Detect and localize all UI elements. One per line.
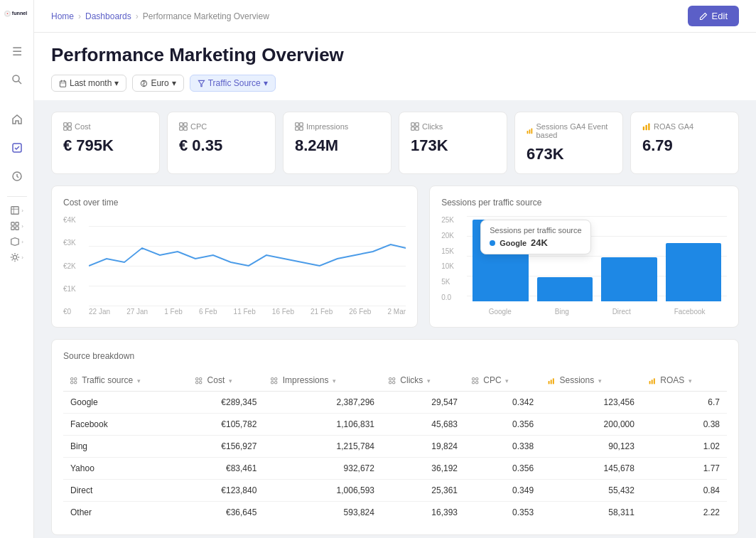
svg-rect-62: [472, 381, 475, 383]
svg-text:funnel: funnel: [11, 10, 27, 16]
kpi-sessions: Sessions GA4 Event based 673K: [514, 112, 623, 174]
svg-point-4: [13, 75, 19, 82]
svg-rect-43: [648, 124, 649, 131]
kpi-cpc: CPC € 0.35: [167, 112, 276, 174]
cell-impressions: 932,672: [264, 458, 382, 480]
breadcrumb-dashboards[interactable]: Dashboards: [85, 11, 131, 21]
svg-rect-69: [654, 378, 655, 384]
svg-rect-32: [296, 127, 299, 131]
traffic-filter[interactable]: Traffic Source ▾: [190, 75, 276, 92]
table-row: Yahoo €83,461 932,672 36,192 0.356 145,6…: [63, 458, 727, 480]
svg-rect-31: [300, 123, 303, 127]
app-logo[interactable]: funnel: [4, 9, 30, 28]
col-clicks[interactable]: Clicks ▾: [382, 370, 465, 392]
settings-icon-group[interactable]: ›: [10, 252, 23, 262]
cell-source: Other: [63, 502, 188, 524]
cell-clicks: 19,824: [382, 436, 465, 458]
kpi-clicks: Clicks 173K: [399, 112, 507, 174]
svg-rect-58: [389, 381, 392, 383]
tasks-icon[interactable]: [6, 136, 28, 159]
reports-icon-group[interactable]: ›: [10, 205, 23, 215]
svg-rect-53: [275, 377, 277, 380]
svg-rect-46: [71, 381, 73, 383]
search-icon[interactable]: [6, 68, 28, 91]
currency-filter-arrow: ▾: [172, 78, 176, 88]
widgets-icon-group[interactable]: ›: [10, 221, 23, 231]
cell-source: Yahoo: [63, 458, 188, 480]
cell-sessions: 123,456: [541, 392, 642, 414]
data-icon-group[interactable]: ›: [10, 237, 23, 247]
sessions-chart: Sessions per traffic source 25K20K15K10K…: [429, 185, 739, 328]
cell-cpc: 0.349: [465, 480, 541, 502]
cell-cost: €289,345: [188, 392, 264, 414]
kpi-clicks-value: 173K: [411, 136, 495, 155]
svg-rect-30: [296, 123, 299, 127]
svg-rect-40: [531, 128, 532, 134]
col-cost[interactable]: Cost ▾: [188, 370, 264, 392]
svg-point-2: [6, 13, 8, 14]
cell-cost: €123,840: [188, 480, 264, 502]
source-breakdown-table: Traffic source ▾ Cost ▾ Impressions ▾: [63, 370, 727, 523]
bar-x-labels: GoogleBingDirectFacebook: [467, 308, 727, 316]
cost-chart: Cost over time €4K€3K€2K€1K€0: [51, 185, 418, 328]
edit-button[interactable]: Edit: [688, 6, 739, 26]
cell-roas: 2.22: [642, 502, 727, 524]
currency-filter[interactable]: Euro ▾: [132, 75, 183, 92]
breadcrumb-sep-1: ›: [78, 11, 81, 21]
svg-rect-28: [180, 127, 183, 131]
breadcrumb-home[interactable]: Home: [51, 11, 74, 21]
svg-rect-16: [60, 81, 65, 87]
table-row: Google €289,345 2,387,296 29,547 0.342 1…: [63, 392, 727, 414]
cell-source: Bing: [63, 436, 188, 458]
cell-sessions: 55,432: [541, 480, 642, 502]
svg-point-15: [14, 255, 17, 259]
svg-rect-55: [275, 381, 277, 383]
svg-rect-45: [75, 377, 77, 380]
svg-rect-36: [411, 127, 415, 131]
svg-rect-33: [300, 127, 303, 131]
cell-impressions: 2,387,296: [264, 392, 382, 414]
cell-sessions: 145,678: [541, 458, 642, 480]
svg-rect-22: [64, 123, 68, 127]
svg-rect-44: [71, 377, 73, 380]
line-chart-area: €4K€3K€2K€1K€0 22 Jan27 Jan1 Feb6 Feb11 …: [63, 216, 406, 316]
kpi-cost: Cost € 795K: [51, 112, 160, 174]
home-icon[interactable]: [6, 108, 28, 131]
svg-rect-39: [529, 129, 531, 134]
svg-rect-35: [416, 123, 419, 127]
kpi-clicks-label: Clicks: [411, 122, 495, 131]
kpi-row: Cost € 795K CPC € 0.35 Impressions 8.24M: [51, 112, 739, 174]
svg-rect-38: [527, 131, 529, 134]
bar-facebook: [666, 243, 721, 301]
cell-roas: 6.7: [642, 392, 727, 414]
col-cpc[interactable]: CPC ▾: [465, 370, 541, 392]
svg-line-5: [18, 81, 21, 84]
cell-clicks: 25,361: [382, 480, 465, 502]
svg-rect-51: [200, 381, 202, 383]
charts-row: Cost over time €4K€3K€2K€1K€0: [51, 185, 739, 328]
kpi-impressions-value: 8.24M: [295, 136, 379, 155]
svg-rect-26: [180, 123, 183, 127]
kpi-roas-label: ROAS GA4: [642, 122, 727, 131]
sidebar: funnel ☰ › › › ›: [0, 0, 34, 538]
clock-icon[interactable]: [6, 165, 28, 188]
svg-marker-21: [198, 80, 204, 86]
table-row: Other €36,645 593,824 16,393 0.353 58,31…: [63, 502, 727, 524]
page-title: Performance Marketing Overview: [51, 44, 739, 66]
kpi-roas-value: 6.79: [642, 136, 727, 155]
svg-rect-13: [11, 227, 14, 230]
svg-rect-14: [16, 227, 18, 230]
table-row: Direct €123,840 1,006,593 25,361 0.349 5…: [63, 480, 727, 502]
table-row: Facebook €105,782 1,106,831 45,683 0.356…: [63, 414, 727, 436]
col-impressions[interactable]: Impressions ▾: [264, 370, 382, 392]
date-filter[interactable]: Last month ▾: [51, 75, 126, 92]
svg-rect-29: [184, 127, 188, 131]
kpi-cost-label: Cost: [63, 122, 148, 131]
svg-rect-57: [393, 377, 395, 380]
col-traffic-source[interactable]: Traffic source ▾: [63, 370, 188, 392]
kpi-impressions-label: Impressions: [295, 122, 379, 131]
menu-icon[interactable]: ☰: [6, 40, 28, 63]
col-roas[interactable]: ROAS ▾: [642, 370, 727, 392]
cell-source: Facebook: [63, 414, 188, 436]
col-sessions[interactable]: Sessions ▾: [541, 370, 642, 392]
